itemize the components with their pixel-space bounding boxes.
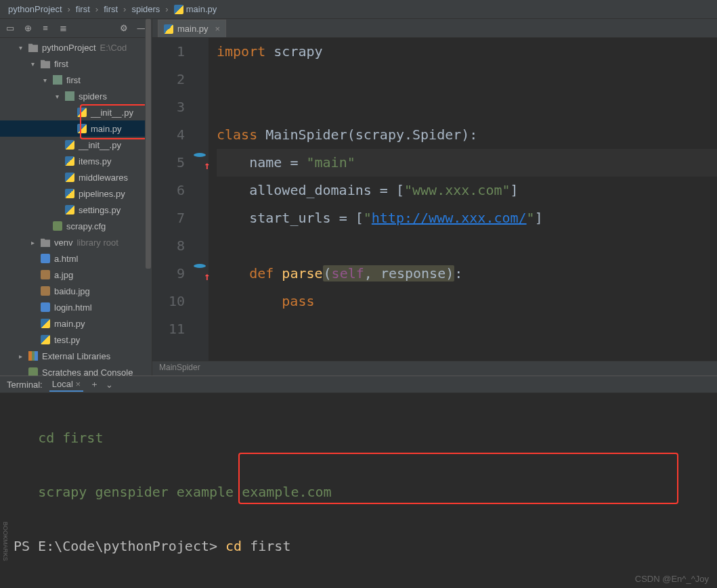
editor-breadcrumb[interactable]: MainSpider xyxy=(152,361,717,376)
url-link[interactable]: http://www.xxx.com/ xyxy=(372,210,527,226)
target-icon[interactable]: ⊕ xyxy=(22,22,34,35)
chevron-right-icon: › xyxy=(95,4,98,14)
override-marker[interactable]: ↑ xyxy=(194,264,206,276)
code-editor[interactable]: 1234567891011 ↑ ↑ import scrapy class Ma… xyxy=(152,38,717,361)
tree-row[interactable]: middlewares xyxy=(0,169,152,185)
tree-row[interactable]: settings.py xyxy=(0,202,152,218)
python-file-icon xyxy=(174,5,183,14)
tree-row[interactable]: ▾pythonProject E:\Cod xyxy=(0,39,152,55)
project-tree[interactable]: ▾pythonProject E:\Cod▾first▾first▾spider… xyxy=(0,38,152,376)
override-marker[interactable]: ↑ xyxy=(194,153,206,165)
code-body[interactable]: import scrapy class MainSpider(scrapy.Sp… xyxy=(209,38,717,361)
project-sidebar: ▭ ⊕ ≡ ≣ ⚙ — ▾pythonProject E:\Cod▾first▾… xyxy=(0,19,152,376)
sidebar-scrollbar[interactable] xyxy=(145,19,152,376)
close-icon[interactable]: × xyxy=(215,24,221,34)
breadcrumb-item[interactable]: pythonProject xyxy=(8,4,62,14)
editor-tab[interactable]: main.py × xyxy=(158,20,226,37)
terminal-output[interactable]: cd first scrapy genspider example exampl… xyxy=(0,393,717,568)
gutter-marks: ↑ ↑ xyxy=(192,38,209,361)
window-icon[interactable]: ▭ xyxy=(4,22,16,35)
tree-row[interactable]: __init__.py xyxy=(0,104,152,120)
tree-row[interactable]: a.html xyxy=(0,250,152,267)
line-gutter: 1234567891011 xyxy=(152,38,192,361)
breadcrumb-item[interactable]: spiders xyxy=(131,4,160,14)
terminal-label: Terminal: xyxy=(7,380,43,390)
tree-row[interactable]: items.py xyxy=(0,153,152,169)
tree-row[interactable]: ▸venv library root xyxy=(0,234,152,250)
tree-row[interactable]: Scratches and Console xyxy=(0,364,152,376)
tree-row[interactable]: main.py xyxy=(0,315,152,332)
chevron-right-icon: › xyxy=(123,4,126,14)
sidebar-toolbar: ▭ ⊕ ≡ ≣ ⚙ — xyxy=(0,19,152,38)
watermark: CSDN @En^_^Joy xyxy=(635,574,709,584)
breadcrumb-item[interactable]: first xyxy=(76,4,90,14)
expand-icon[interactable]: ≣ xyxy=(57,22,69,35)
tree-row[interactable]: ▸External Libraries xyxy=(0,348,152,364)
collapse-icon[interactable]: ≡ xyxy=(39,22,51,35)
tree-row[interactable]: test.py xyxy=(0,332,152,348)
gear-icon[interactable]: ⚙ xyxy=(118,22,130,35)
chevron-right-icon: › xyxy=(165,4,168,14)
tree-row[interactable]: baidu.jpg xyxy=(0,283,152,299)
tree-row[interactable]: login.html xyxy=(0,299,152,315)
editor-pane: main.py × 1234567891011 ↑ ↑ import scrap… xyxy=(152,19,717,376)
breadcrumb-item[interactable]: main.py xyxy=(174,4,217,14)
tree-row[interactable]: a.jpg xyxy=(0,267,152,283)
tree-row[interactable]: ▾first xyxy=(0,72,152,88)
terminal-tab[interactable]: Local × xyxy=(49,378,83,392)
chevron-right-icon: › xyxy=(68,4,70,14)
chevron-down-icon[interactable]: ⌄ xyxy=(106,380,113,390)
tree-row[interactable]: ▾first xyxy=(0,55,152,72)
tree-row[interactable]: __init__.py xyxy=(0,137,152,153)
editor-tabbar: main.py × xyxy=(152,19,717,38)
python-file-icon xyxy=(164,24,173,34)
tree-row[interactable]: scrapy.cfg xyxy=(0,218,152,234)
terminal-toolbar: Terminal: Local × ＋ ⌄ xyxy=(0,376,717,393)
bookmarks-tool-tab[interactable]: BOOKMARKS xyxy=(0,518,11,565)
tree-row[interactable]: main.py xyxy=(0,120,152,137)
tab-label: main.py xyxy=(177,24,209,34)
tree-row[interactable]: pipelines.py xyxy=(0,185,152,202)
add-terminal-icon[interactable]: ＋ xyxy=(90,378,99,390)
tree-row[interactable]: ▾spiders xyxy=(0,88,152,104)
breadcrumbs: pythonProject› first› first› spiders› ma… xyxy=(0,0,717,19)
breadcrumb-item[interactable]: first xyxy=(104,4,118,14)
